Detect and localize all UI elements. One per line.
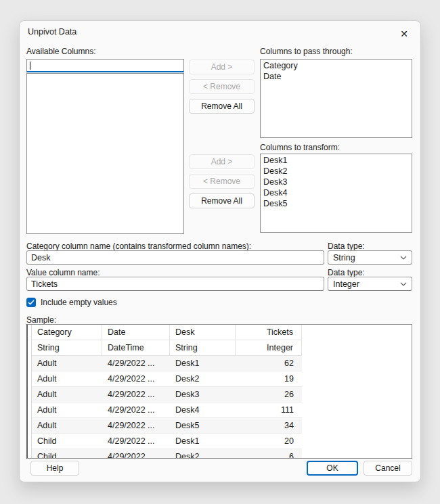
include-empty-checkbox[interactable]: Include empty values (26, 298, 117, 307)
value-data-type-label: Data type: (328, 268, 365, 277)
table-cell: Category (32, 325, 102, 340)
table-row: Child4/29/2022 ...Desk120 (28, 434, 412, 449)
table-cell: 34 (236, 418, 302, 434)
table-cell: 4/29/2022 ... (102, 403, 170, 418)
available-columns-label: Available Columns: (26, 47, 96, 56)
table-cell: 4/29/2022 ... (102, 434, 170, 449)
table-cell: Desk5 (170, 418, 236, 434)
table-cell: Child (32, 449, 102, 459)
help-button[interactable]: Help (30, 461, 79, 476)
remove-button-pass[interactable]: < Remove (189, 79, 255, 94)
list-item[interactable]: Desk5 (261, 198, 412, 209)
table-cell: 62 (236, 356, 302, 371)
transform-label: Columns to transform: (260, 143, 340, 152)
table-cell: Desk2 (170, 371, 236, 387)
remove-button-transform[interactable]: < Remove (189, 174, 255, 189)
transform-listbox[interactable]: Desk1Desk2Desk3Desk4Desk5 (260, 154, 412, 233)
ok-button[interactable]: OK (307, 461, 358, 476)
add-button-transform[interactable]: Add > (189, 154, 255, 169)
table-cell: Tickets (236, 325, 302, 340)
chevron-down-icon (400, 282, 407, 286)
table-cell: Adult (32, 356, 102, 371)
table-cell: Desk3 (170, 387, 236, 403)
close-icon[interactable]: ✕ (396, 26, 412, 42)
table-cell: 20 (236, 434, 302, 449)
table-row: Adult4/29/2022 ...Desk219 (28, 371, 412, 387)
chevron-down-icon (400, 256, 407, 260)
list-item[interactable]: Desk3 (261, 177, 412, 187)
table-cell: 4/29/2022 ... (102, 418, 170, 434)
value-data-type-select[interactable]: Integer (328, 277, 412, 291)
table-cell: 19 (236, 371, 302, 387)
table-cell: 4/29/2022 ... (102, 449, 170, 459)
pass-through-label: Columns to pass through: (260, 47, 353, 56)
table-row: Child4/29/2022 ...Desk26 (28, 449, 412, 459)
table-row: Adult4/29/2022 ...Desk326 (28, 387, 412, 403)
table-cell: Adult (32, 371, 102, 387)
available-columns-listbox[interactable] (26, 73, 184, 234)
table-cell: Adult (32, 418, 102, 434)
table-cell: 26 (236, 387, 302, 403)
list-item[interactable]: Date (261, 71, 412, 82)
dialog-title: Unpivot Data (28, 27, 76, 37)
table-cell: Desk1 (170, 434, 236, 449)
available-filter-input[interactable] (26, 59, 184, 72)
list-item[interactable]: Desk2 (261, 166, 412, 177)
table-cell: 4/29/2022 ... (102, 371, 170, 387)
table-row: Adult4/29/2022 ...Desk4111 (28, 403, 412, 418)
table-cell: Integer (236, 340, 302, 356)
table-row: Adult4/29/2022 ...Desk534 (28, 418, 412, 434)
list-item[interactable]: Desk1 (261, 155, 412, 166)
table-row: Adult4/29/2022 ...Desk162 (28, 356, 412, 371)
table-cell: DateTime (102, 340, 170, 356)
table-cell: 4/29/2022 ... (102, 356, 170, 371)
category-column-label: Category column name (contains transform… (26, 242, 251, 251)
remove-all-button-transform[interactable]: Remove All (189, 193, 255, 208)
check-icon (26, 298, 36, 307)
category-data-type-select[interactable]: String (328, 250, 412, 265)
include-empty-label: Include empty values (41, 298, 117, 307)
list-item[interactable]: Desk4 (261, 187, 412, 198)
add-button-pass[interactable]: Add > (189, 60, 255, 74)
value-column-input[interactable]: Tickets (26, 277, 324, 291)
table-cell: Desk4 (170, 403, 236, 418)
table-cell: Adult (32, 403, 102, 418)
table-header-row: StringDateTimeStringInteger (28, 340, 412, 356)
category-column-input[interactable]: Desk (26, 250, 324, 265)
table-cell: String (170, 340, 236, 356)
category-data-type-label: Data type: (328, 242, 365, 251)
table-cell: Desk2 (170, 449, 236, 459)
table-cell: 4/29/2022 ... (102, 387, 170, 403)
table-cell: Adult (32, 387, 102, 403)
table-cell: 6 (236, 449, 302, 459)
unpivot-dialog: Unpivot Data ✕ Available Columns: Add > … (19, 20, 421, 482)
table-cell: Date (102, 325, 170, 340)
value-data-type-value: Integer (333, 279, 359, 289)
sample-table[interactable]: CategoryDateDeskTicketsStringDateTimeStr… (26, 324, 412, 459)
list-item[interactable]: Category (261, 60, 412, 71)
pass-through-listbox[interactable]: CategoryDate (260, 59, 412, 138)
text-caret (30, 62, 30, 70)
table-cell: String (32, 340, 102, 356)
value-column-label: Value column name: (26, 268, 100, 277)
table-cell: Desk (170, 325, 236, 340)
sample-label: Sample: (26, 315, 56, 325)
table-header-row: CategoryDateDeskTickets (28, 325, 412, 340)
table-cell: Desk1 (170, 356, 236, 371)
cancel-button[interactable]: Cancel (364, 461, 412, 476)
category-data-type-value: String (333, 253, 355, 262)
table-cell: 111 (236, 403, 302, 418)
remove-all-button-pass[interactable]: Remove All (189, 99, 255, 114)
table-cell: Child (32, 434, 102, 449)
